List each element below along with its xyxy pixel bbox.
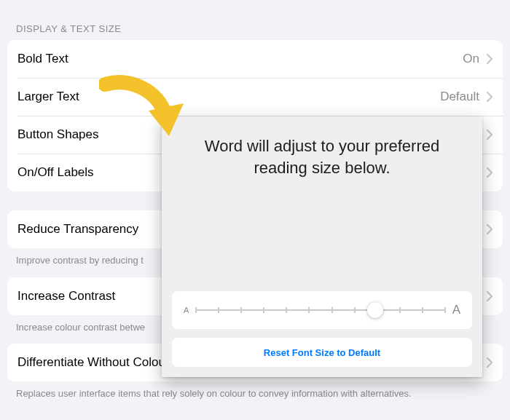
footer-differentiate-colour: Replaces user interface items that rely … [7,381,503,400]
row-label: Reduce Transparency [17,222,138,237]
row-larger-text[interactable]: Larger Text Default [7,78,503,116]
row-label: Increase Contrast [17,289,115,304]
chevron-right-icon [487,357,493,368]
section-header: DISPLAY & TEXT SIZE [7,0,503,40]
large-a-icon: A [452,303,460,317]
row-label: Larger Text [17,90,79,104]
chevron-right-icon [487,224,493,234]
row-value: On [463,52,479,66]
chevron-right-icon [487,167,493,178]
row-label: Bold Text [17,52,68,66]
row-label: On/Off Labels [17,165,94,180]
font-size-panel: Word will adjust to your preferred readi… [162,116,482,377]
row-bold-text[interactable]: Bold Text On [7,40,503,78]
chevron-right-icon [487,92,493,102]
row-label: Button Shapes [17,127,99,142]
small-a-icon: A [184,306,189,314]
row-label: Differentiate Without Colour [17,355,170,370]
font-size-slider[interactable] [196,301,444,319]
chevron-right-icon [487,54,493,64]
panel-message: Word will adjust to your preferred readi… [172,130,472,178]
reset-font-size-label: Reset Font Size to Default [264,347,380,358]
reset-font-size-button[interactable]: Reset Font Size to Default [172,338,472,367]
slider-thumb[interactable] [367,302,383,318]
font-size-slider-card: A A [172,291,472,329]
chevron-right-icon [487,291,493,301]
chevron-right-icon [487,130,493,140]
row-value: Default [440,90,479,104]
